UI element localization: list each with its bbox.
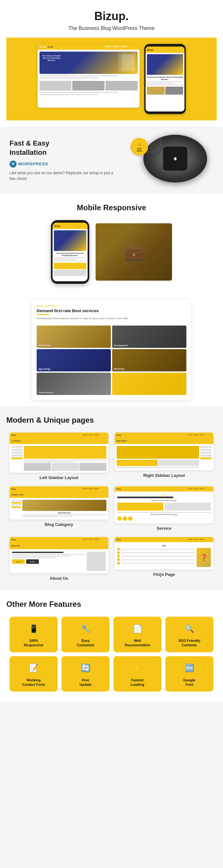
one-click-text: Fast & Easy Installation W WORDPRESS Lik… [9,139,115,181]
one-click-badge: ☝️ One Click [131,138,148,155]
page-label-service: Service [115,526,214,531]
feature-label-customize: EasyCustomize [77,638,95,648]
feature-label-loading: FastestLoading [131,678,144,687]
page-label-right-sidebar: Right Sidebar Layout [115,473,214,478]
contact-form-icon: 📝 [26,661,41,675]
features-title: Other More Features [6,600,217,609]
service-item-cloud: Cloud Service [37,373,111,395]
services-tag: OUR SERVICE [37,305,186,307]
thumb-about-us: Bizup. About Us [9,537,108,574]
features-grid: 📱 100%Responsive 🔧 EasyCustomize 📄 WellD… [9,617,214,691]
page-preview-right-sidebar: Bizup. Right Sidebar [115,433,214,480]
feature-card-loading: ⚡ FastestLoading [114,656,161,692]
service-item-marketing: Marketing [112,349,186,371]
modern-pages-section: Modern & Unique pages Bizup. Left Sideba… [0,406,223,590]
feature-card-responsive: 📱 100%Responsive [9,617,58,652]
feature-label-documentation: WellDocumentation [125,638,150,648]
thumb-left-sidebar: Bizup. Left Sidebar [9,433,108,473]
services-card: OUR SERVICE Demand first-rate Best servi… [32,300,191,400]
page-preview-left-sidebar: Bizup. Left Sidebar [9,433,108,480]
one-click-section: Fast & Easy Installation W WORDPRESS Lik… [0,127,223,194]
page-label-blog-category: Blog Category [9,522,108,527]
thumb-blog-category: Bizup. Category Travel [9,487,108,520]
one-click-title: Fast & Easy Installation [9,139,115,157]
thumb-service: Bizup. Service Appear On the first Page … [115,487,214,523]
wp-label: WORDPRESS [18,161,48,166]
font-icon: 🔤 [182,661,197,675]
mobile-responsive-section: Mobile Responsive Bizup. The Foremost & … [0,194,223,293]
feature-card-update: 🔄 FreeUpdate [62,656,109,692]
hero-subtitle: The Business Blog WordPress Theme [6,26,217,31]
page-previews-grid: Bizup. Left Sidebar [9,433,214,581]
phone-mockup: Bizup. The Foremost & Premier Source For… [51,220,89,284]
feature-label-seo: SEO FriendlyContents [179,638,200,648]
page-label-about-us: About Us [9,576,108,581]
service-item-web-design: Web Design [37,326,111,348]
feature-card-seo: 🔍 SEO FriendlyContents [165,617,214,652]
desktop-mockup: Bizup. The Foremost & Premier Source For… [38,44,139,108]
office-photo: 💼 [96,223,172,281]
seo-icon: 🔍 [182,621,197,636]
service-item-extra [112,373,186,395]
service-item-app-design: App Design [37,349,111,371]
responsive-icon: 📱 [26,621,41,636]
update-icon: 🔄 [78,661,93,675]
mobile-mockup: Bizup. The Foremost & Premier Source For… [144,44,186,114]
services-title: Demand first-rate Best services [37,308,186,313]
features-section: Other More Features 📱 100%Responsive 🔧 E… [0,590,223,701]
thumb-faqs: Bizup. FAQs [115,537,214,569]
page-preview-blog-category: Bizup. Category Travel [9,487,108,531]
documentation-icon: 📄 [130,621,145,636]
watch-image: ⌚ [144,135,207,183]
services-section: OUR SERVICE Demand first-rate Best servi… [0,293,223,406]
watch-face: ⌚ [162,146,188,172]
page-label-left-sidebar: Left Sidebar Layout [9,475,108,480]
feature-card-contact-form: 📝 WorkingContact Form [9,656,58,692]
wordpress-logo: W WORDPRESS [9,160,115,167]
feature-card-documentation: 📄 WellDocumentation [114,617,161,652]
responsive-demo-row: Bizup. The Foremost & Premier Source For… [6,220,217,284]
feature-label-font: GoogleFont [184,678,196,687]
feature-label-contact-form: WorkingContact Form [22,678,45,687]
page-preview-faqs: Bizup. FAQs [115,537,214,581]
customize-icon: 🔧 [78,621,93,636]
service-item-development: Development [112,326,186,348]
feature-label-responsive: 100%Responsive [24,638,44,648]
page-preview-about-us: Bizup. About Us [9,537,108,581]
one-click-image: ☝️ One Click ⌚ [124,135,214,186]
feature-card-font: 🔤 GoogleFont [165,656,214,692]
modern-pages-title: Modern & Unique pages [6,416,217,425]
services-grid: Web Design Development App Design Market… [32,324,191,400]
feature-label-update: FreeUpdate [79,678,91,687]
page-label-faqs: FAQs Page [115,572,214,577]
wp-icon: W [9,160,17,167]
demo-screenshots: Bizup. The Foremost & Premier Source For… [6,38,217,120]
feature-card-customize: 🔧 EasyCustomize [62,617,109,652]
hero-section: Bizup. The Business Blog WordPress Theme… [0,0,223,127]
thumb-right-sidebar: Bizup. Right Sidebar [115,433,214,470]
one-click-description: Like what you see on our demo? Replicate… [9,170,115,182]
mobile-responsive-title: Mobile Responsive [6,203,217,212]
hero-title: Bizup. [6,9,217,23]
loading-icon: ⚡ [130,661,145,675]
page-preview-service: Bizup. Service Appear On the first Page … [115,487,214,531]
